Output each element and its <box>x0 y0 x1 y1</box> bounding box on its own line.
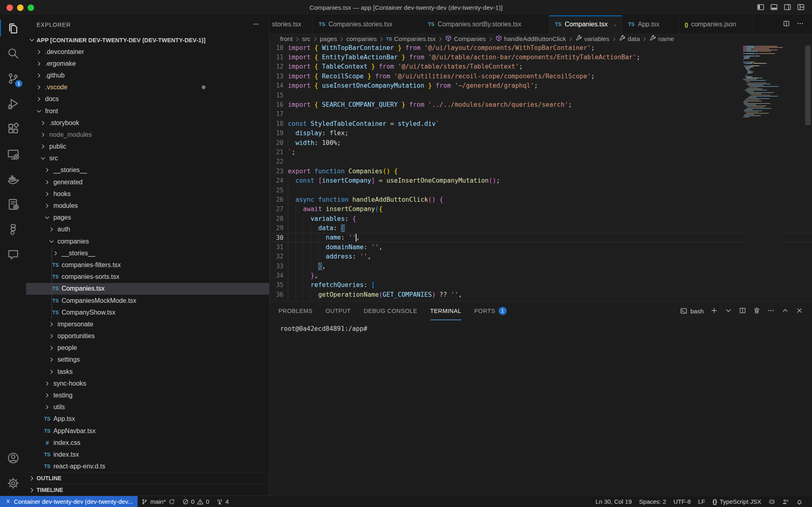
breadcrumb-companies[interactable]: companies <box>346 35 377 43</box>
status-indentation[interactable]: Spaces: 2 <box>635 496 670 507</box>
code-line-29[interactable]: 29 data: { <box>270 223 812 233</box>
status-feedback[interactable] <box>779 496 793 507</box>
workspace-section-header[interactable]: APP [CONTAINER DEV-TWENTY-DEV (DEV-TWENT… <box>26 34 269 46</box>
code-line-21[interactable]: 21`; <box>270 147 812 157</box>
tree-item-__stories__[interactable]: __stories__ <box>26 247 269 259</box>
breadcrumb-src[interactable]: src <box>302 35 311 43</box>
tree-item-generated[interactable]: generated <box>26 176 269 188</box>
panel-chev-d-button[interactable] <box>725 307 732 315</box>
panel-tab-TERMINAL[interactable]: TERMINAL <box>430 302 462 320</box>
tree-item-public[interactable]: public <box>26 141 269 153</box>
code-line-31[interactable]: 31 domainName: '', <box>270 242 812 252</box>
status-language-mode[interactable]: {}TypeScript JSX <box>709 496 765 507</box>
close-window-button[interactable] <box>6 4 13 11</box>
panel-plus-button[interactable] <box>710 307 718 315</box>
tree-item-index.tsx[interactable]: TSindex.tsx <box>26 449 269 460</box>
layout-panel-button[interactable] <box>770 3 778 13</box>
tree-item-companies-sorts.tsx[interactable]: TScompanies-sorts.tsx <box>26 271 269 283</box>
tree-item-src[interactable]: src <box>26 153 269 164</box>
code-line-11[interactable]: 11import { EntityTableActionBar } from '… <box>270 52 812 62</box>
section-outline[interactable]: OUTLINE <box>26 472 269 484</box>
tree-item-sync-hooks[interactable]: sync-hooks <box>26 378 269 389</box>
status-notifications[interactable] <box>793 496 806 507</box>
status-cursor-position[interactable]: Ln 30, Col 19 <box>592 496 635 507</box>
code-line-15[interactable]: 15 <box>270 91 812 100</box>
status-git-branch[interactable]: main* <box>138 496 178 507</box>
activity-docker[interactable] <box>0 166 26 192</box>
activity-explorer[interactable] <box>0 15 26 41</box>
status-encoding[interactable]: UTF-8 <box>670 496 695 507</box>
activity-remote-explorer[interactable] <box>0 141 26 166</box>
breadcrumb-variables[interactable]: variables <box>575 35 609 43</box>
activity-dev-containers[interactable] <box>0 192 26 217</box>
tree-item-.github[interactable]: .github <box>26 69 269 81</box>
tree-item-CompanyShow.tsx[interactable]: TSCompanyShow.tsx <box>26 306 269 318</box>
close-tab-button[interactable] <box>613 22 616 28</box>
minimap[interactable] <box>743 45 784 301</box>
tree-item-opportunities[interactable]: opportunities <box>26 330 269 342</box>
shell-selector[interactable]: bash <box>680 307 704 315</box>
minimize-window-button[interactable] <box>17 4 24 11</box>
breadcrumb-Companies[interactable]: Companies <box>445 35 486 43</box>
tree-item-hooks[interactable]: hooks <box>26 188 269 200</box>
status-problems[interactable]: 00 <box>179 496 213 507</box>
code-line-12[interactable]: 12import { TableContext } from '@/ui/tab… <box>270 62 812 71</box>
tree-item-docs[interactable]: docs <box>26 93 269 105</box>
activity-source-control[interactable]: 1 <box>0 66 26 91</box>
layout-sidebar-right-button[interactable] <box>784 3 791 13</box>
tree-item-impersonate[interactable]: impersonate <box>26 318 269 330</box>
activity-accounts[interactable] <box>0 445 26 470</box>
tree-item-people[interactable]: people <box>26 342 269 354</box>
activity-comments[interactable] <box>0 242 26 267</box>
layout-sidebar-left-button[interactable] <box>757 3 764 13</box>
tree-item-__stories__[interactable]: __stories__ <box>26 164 269 176</box>
breadcrumb-Companies.tsx[interactable]: TSCompanies.tsx <box>386 35 436 43</box>
panel-tab-PORTS[interactable]: PORTS1 <box>474 302 507 320</box>
code-line-27[interactable]: 27 await insertCompany({ <box>270 205 812 214</box>
status-copilot[interactable] <box>765 496 779 507</box>
code-line-17[interactable]: 17 <box>270 110 812 119</box>
tree-item-modules[interactable]: modules <box>26 200 269 211</box>
tab-App.tsx[interactable]: TSApp.tsx <box>622 15 679 33</box>
tab-companies.json[interactable]: {}companies.json <box>679 15 753 33</box>
tree-item-utils[interactable]: utils <box>26 401 269 413</box>
tree-item-auth[interactable]: auth <box>26 224 269 235</box>
tab-stories.tsx[interactable]: stories.tsx <box>270 15 313 33</box>
tab-Companies.sortBy.stories.tsx[interactable]: TSCompanies.sortBy.stories.tsx <box>422 15 549 33</box>
panel-trash-button[interactable] <box>753 307 760 315</box>
status-eol[interactable]: LF <box>694 496 709 507</box>
activity-search[interactable] <box>0 41 26 66</box>
activity-run-and-debug[interactable] <box>0 91 26 116</box>
breadcrumb-front[interactable]: front <box>280 35 293 43</box>
tree-item-settings[interactable]: settings <box>26 354 269 366</box>
breadcrumb-name[interactable]: name <box>649 35 674 43</box>
code-line-34[interactable]: 34 }, <box>270 271 812 280</box>
code-line-36[interactable]: 36 getOperationName(GET_COMPANIES) ?? ''… <box>270 290 812 299</box>
breadcrumb-pages[interactable]: pages <box>320 35 337 43</box>
activity-extensions[interactable] <box>0 116 26 141</box>
code-line-18[interactable]: 18const StyledTableContainer = styled.di… <box>270 119 812 128</box>
code-line-10[interactable]: 10import { WithTopBarContainer } from '@… <box>270 45 812 52</box>
code-line-20[interactable]: 20 width: 100%; <box>270 138 812 147</box>
tree-item-AppNavbar.tsx[interactable]: TSAppNavbar.tsx <box>26 425 269 437</box>
tree-item-.vscode[interactable]: .vscode <box>26 82 269 93</box>
code-line-13[interactable]: 13import { RecoilScope } from '@/ui/util… <box>270 71 812 81</box>
zoom-window-button[interactable] <box>28 4 34 11</box>
ellipsis-editor-button[interactable] <box>797 20 804 29</box>
tree-item-testing[interactable]: testing <box>26 389 269 401</box>
code-line-25[interactable]: 25 <box>270 186 812 195</box>
tree-item-pages[interactable]: pages <box>26 212 269 224</box>
breadcrumb-data[interactable]: data <box>619 35 640 43</box>
tree-item-Companies.tsx[interactable]: TSCompanies.tsx <box>26 283 269 295</box>
tree-item-.storybook[interactable]: .storybook <box>26 117 269 129</box>
code-line-23[interactable]: 23export function Companies() { <box>270 166 812 176</box>
split-editor-button[interactable] <box>783 20 790 29</box>
panel-tab-PROBLEMS[interactable]: PROBLEMS <box>279 302 313 320</box>
scrollbar-thumb[interactable] <box>805 45 811 125</box>
activity-figma[interactable] <box>0 217 26 242</box>
code-line-33[interactable]: 33 }, <box>270 261 812 271</box>
tree-item-.devcontainer[interactable]: .devcontainer <box>26 46 269 58</box>
tab-Companies.tsx[interactable]: TSCompanies.tsx <box>549 15 622 33</box>
tree-item-react-app-env.d.ts[interactable]: TSreact-app-env.d.ts <box>26 461 269 472</box>
tree-item-index.css[interactable]: #index.css <box>26 437 269 449</box>
